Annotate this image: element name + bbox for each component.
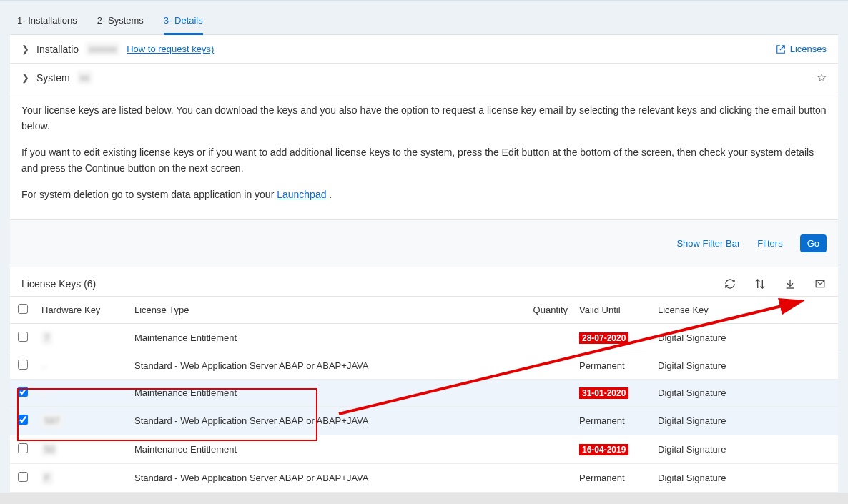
show-filter-bar[interactable]: Show Filter Bar <box>676 238 740 249</box>
valid-until: Permanent <box>579 473 625 483</box>
licenses-label: Licenses <box>790 44 827 54</box>
para-3: For system deletion go to system data ap… <box>21 187 827 202</box>
valid-until: Permanent <box>579 360 625 371</box>
row-checkbox[interactable] <box>18 443 28 453</box>
col-valid-until[interactable]: Valid Until <box>573 296 652 323</box>
redacted-text: xxxxxx <box>86 42 119 56</box>
tabs: 1- Installations 2- Systems 3- Details <box>10 1 838 35</box>
table-row[interactable]: Standard - Web Application Server ABAP o… <box>10 352 838 379</box>
favorite-star-icon[interactable]: ☆ <box>817 71 827 84</box>
list-title: License Keys (6) <box>21 278 96 290</box>
row-checkbox[interactable] <box>18 332 28 342</box>
license-type: Standard - Web Application Server ABAP o… <box>129 352 516 379</box>
quantity <box>516 463 573 492</box>
table-row[interactable]: 7Maintenance Entitlement28-07-2020Digita… <box>10 323 838 352</box>
redacted-text: xx <box>77 71 92 84</box>
table-row[interactable]: 597 Standard - Web Application Server AB… <box>10 406 838 435</box>
email-icon[interactable] <box>814 277 827 290</box>
sort-icon[interactable] <box>754 277 766 290</box>
license-type: Maintenance Entitlement <box>129 435 516 463</box>
table-row[interactable]: 50 Maintenance Entitlement16-04-2019Digi… <box>10 435 838 463</box>
license-keys-table: Hardware Key License Type Quantity Valid… <box>10 296 838 493</box>
hardware-key: 7 <box>41 331 52 345</box>
col-license-type[interactable]: License Type <box>129 296 516 323</box>
hardware-key <box>41 393 47 396</box>
select-all-checkbox[interactable] <box>18 304 28 314</box>
tab-installations[interactable]: 1- Installations <box>17 11 77 34</box>
license-type: Standard - Web Application Server ABAP o… <box>129 406 516 435</box>
quantity <box>516 379 573 406</box>
hardware-key <box>41 366 47 369</box>
hardware-key: 50 <box>41 443 57 456</box>
table-row[interactable]: Maintenance Entitlement31-01-2020Digital… <box>10 379 838 406</box>
go-button[interactable]: Go <box>800 234 827 252</box>
row-checkbox[interactable] <box>18 387 28 397</box>
license-type: Maintenance Entitlement <box>129 379 516 406</box>
download-icon[interactable] <box>784 277 797 290</box>
license-key: Digital Signature <box>652 435 838 463</box>
valid-until-badge: 28-07-2020 <box>579 332 628 344</box>
filters-link[interactable]: Filters <box>757 238 782 249</box>
launchpad-link[interactable]: Launchpad <box>277 189 326 200</box>
col-license-key[interactable]: License Key <box>652 296 838 323</box>
breadcrumb-system: System <box>36 72 70 84</box>
license-key: Digital Signature <box>652 323 838 352</box>
valid-until-badge: 16-04-2019 <box>579 444 628 455</box>
para-1: Your license keys are listed below. You … <box>21 102 827 134</box>
refresh-icon[interactable] <box>724 277 736 290</box>
breadcrumb-installation-row: ❯ Installatio xxxxxx How to request keys… <box>10 35 838 64</box>
howto-link[interactable]: How to request keys) <box>127 44 214 54</box>
list-actions <box>724 277 827 290</box>
row-checkbox[interactable] <box>18 360 28 370</box>
hardware-key: F <box>41 471 53 485</box>
para-2: If you want to edit existing license key… <box>21 144 827 177</box>
para-3b: . <box>326 189 332 200</box>
filter-bar: Show Filter Bar Filters Go <box>10 219 838 267</box>
license-key: Digital Signature <box>652 379 838 406</box>
col-quantity[interactable]: Quantity <box>516 296 573 323</box>
chevron-right-icon[interactable]: ❯ <box>21 72 29 83</box>
tab-details[interactable]: 3- Details <box>164 11 203 35</box>
license-key: Digital Signature <box>652 406 838 435</box>
para-3a: For system deletion go to system data ap… <box>21 189 277 200</box>
license-key: Digital Signature <box>652 352 838 379</box>
breadcrumb-installation: Installatio <box>36 44 79 55</box>
list-header: License Keys (6) <box>10 267 838 296</box>
table-row[interactable]: F Standard - Web Application Server ABAP… <box>10 463 838 492</box>
description-block: Your license keys are listed below. You … <box>10 92 838 219</box>
tab-systems[interactable]: 2- Systems <box>97 11 144 34</box>
external-link-icon <box>776 44 786 54</box>
quantity <box>516 323 573 352</box>
hardware-key: 597 <box>41 414 63 428</box>
valid-until: Permanent <box>579 415 625 426</box>
license-key: Digital Signature <box>652 463 838 492</box>
col-hardware-key[interactable]: Hardware Key <box>36 296 129 323</box>
row-checkbox[interactable] <box>18 415 28 425</box>
chevron-right-icon[interactable]: ❯ <box>21 44 29 54</box>
valid-until-badge: 31-01-2020 <box>579 387 628 399</box>
row-checkbox[interactable] <box>18 472 28 482</box>
quantity <box>516 406 573 435</box>
license-type: Standard - Web Application Server ABAP o… <box>129 463 516 492</box>
licenses-link[interactable]: Licenses <box>776 44 827 54</box>
quantity <box>516 352 573 379</box>
breadcrumb-system-row: ❯ System xx ☆ <box>10 64 838 92</box>
quantity <box>516 435 573 463</box>
license-type: Maintenance Entitlement <box>129 323 516 352</box>
